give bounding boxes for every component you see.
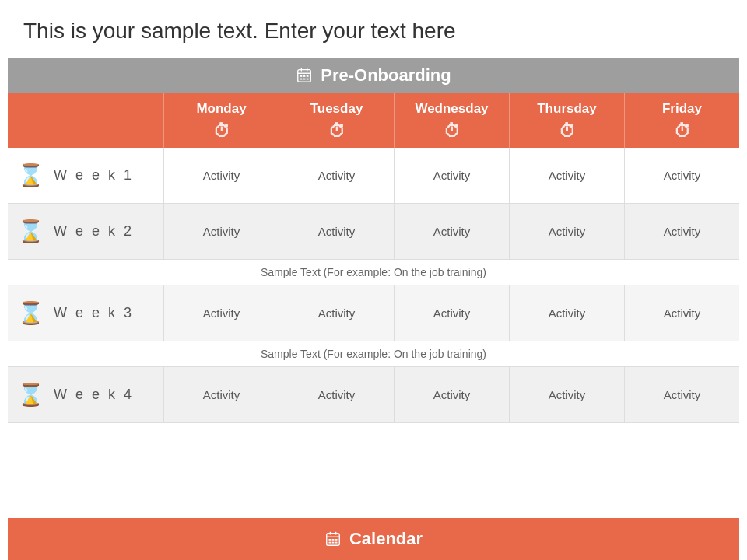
timer-friday-icon: ⏱ [674, 121, 691, 142]
footer-row: Calendar [8, 518, 739, 560]
week-3-mon-activity: Activity [163, 285, 279, 341]
hourglass-week4-icon: ⌛ [17, 382, 44, 408]
week-4-label: W e e k 4 [54, 387, 134, 403]
day-thursday: Thursday ⏱ [509, 93, 624, 148]
week-2-tue-activity: Activity [279, 204, 394, 259]
week-4-row: ⌛ W e e k 4 Activity Activity Activity A… [8, 367, 739, 423]
week-3-row: ⌛ W e e k 3 Activity Activity Activity A… [8, 285, 739, 341]
sample-text-1-content: Sample Text (For example: On the job tra… [261, 266, 486, 278]
week-1-mon-activity: Activity [163, 148, 279, 203]
week-1-activities: Activity Activity Activity Activity Acti… [163, 148, 739, 203]
page: This is your sample text. Enter your tex… [0, 0, 747, 560]
week-2-activities: Activity Activity Activity Activity Acti… [163, 204, 739, 259]
week-2-label: W e e k 2 [54, 223, 134, 240]
week-4-tue-activity: Activity [279, 367, 394, 422]
week-3-activities: Activity Activity Activity Activity Acti… [163, 285, 739, 341]
hourglass-week1-icon: ⌛ [17, 163, 44, 188]
hourglass-week3-icon: ⌛ [17, 300, 44, 326]
week-1-tue-activity: Activity [279, 148, 394, 203]
day-friday: Friday ⏱ [624, 93, 739, 148]
svg-rect-19 [335, 542, 338, 544]
svg-rect-5 [303, 75, 306, 77]
week-3-label: W e e k 3 [54, 305, 134, 321]
sample-text-2-content: Sample Text (For example: On the job tra… [261, 348, 486, 360]
day-tuesday-label: Tuesday [310, 101, 363, 117]
week-1-thu-activity: Activity [509, 148, 624, 203]
week-3-tue-activity: Activity [279, 285, 394, 341]
week-2-mon-activity: Activity [163, 204, 279, 259]
sample-text-row-1: Sample Text (For example: On the job tra… [8, 260, 739, 285]
week-3-wed-activity: Activity [394, 285, 509, 341]
week-label-spacer [8, 93, 163, 148]
day-wednesday: Wednesday ⏱ [394, 93, 509, 148]
day-tuesday: Tuesday ⏱ [279, 93, 394, 148]
sample-text-row-2: Sample Text (For example: On the job tra… [8, 341, 739, 367]
table-container: Pre-Onboarding Monday ⏱ Tuesday ⏱ Wednes… [8, 58, 739, 560]
week-4-fri-activity: Activity [624, 367, 739, 422]
day-wednesday-label: Wednesday [415, 101, 488, 117]
timer-wednesday-icon: ⏱ [444, 121, 461, 142]
svg-rect-8 [303, 79, 306, 80]
day-thursday-label: Thursday [537, 101, 597, 117]
timer-monday-icon: ⏱ [213, 121, 230, 142]
svg-rect-9 [307, 79, 309, 80]
footer-label: Calendar [349, 529, 423, 549]
calendar-header-icon [296, 67, 313, 84]
svg-rect-18 [332, 542, 335, 544]
day-friday-label: Friday [662, 101, 702, 117]
week-3-thu-activity: Activity [509, 285, 624, 341]
week-4-mon-activity: Activity [163, 367, 279, 422]
week-1-label-cell: ⌛ W e e k 1 [8, 148, 163, 203]
week-2-row: ⌛ W e e k 2 Activity Activity Activity A… [8, 204, 739, 260]
timer-tuesday-icon: ⏱ [328, 121, 345, 142]
week-4-thu-activity: Activity [509, 367, 624, 422]
day-headers-row: Monday ⏱ Tuesday ⏱ Wednesday ⏱ Thursday … [8, 93, 739, 148]
week-1-wed-activity: Activity [394, 148, 509, 203]
week-3-fri-activity: Activity [624, 285, 739, 341]
pre-onboarding-label: Pre-Onboarding [321, 65, 451, 86]
week-4-label-cell: ⌛ W e e k 4 [8, 367, 163, 422]
svg-rect-4 [300, 75, 303, 77]
svg-rect-7 [300, 79, 303, 80]
day-monday: Monday ⏱ [163, 93, 279, 148]
week-3-label-cell: ⌛ W e e k 3 [8, 285, 163, 341]
week-4-wed-activity: Activity [394, 367, 509, 422]
week-2-label-cell: ⌛ W e e k 2 [8, 204, 163, 259]
week-1-fri-activity: Activity [624, 148, 739, 203]
svg-rect-6 [307, 75, 309, 77]
week-2-thu-activity: Activity [509, 204, 624, 259]
week-2-fri-activity: Activity [624, 204, 739, 259]
svg-rect-17 [328, 542, 331, 544]
pre-onboarding-header: Pre-Onboarding [8, 58, 739, 93]
day-monday-label: Monday [196, 101, 246, 117]
svg-rect-14 [328, 539, 331, 541]
week-1-label: W e e k 1 [54, 167, 134, 184]
week-2-wed-activity: Activity [394, 204, 509, 259]
hourglass-week2-icon: ⌛ [17, 219, 44, 244]
svg-rect-16 [335, 539, 338, 541]
data-section: ⌛ W e e k 1 Activity Activity Activity A… [8, 148, 739, 518]
calendar-footer-icon [324, 530, 342, 548]
week-4-activities: Activity Activity Activity Activity Acti… [163, 367, 739, 422]
week-1-row: ⌛ W e e k 1 Activity Activity Activity A… [8, 148, 739, 204]
svg-rect-15 [332, 539, 335, 541]
sample-text: This is your sample text. Enter your tex… [0, 0, 747, 58]
timer-thursday-icon: ⏱ [559, 121, 576, 142]
